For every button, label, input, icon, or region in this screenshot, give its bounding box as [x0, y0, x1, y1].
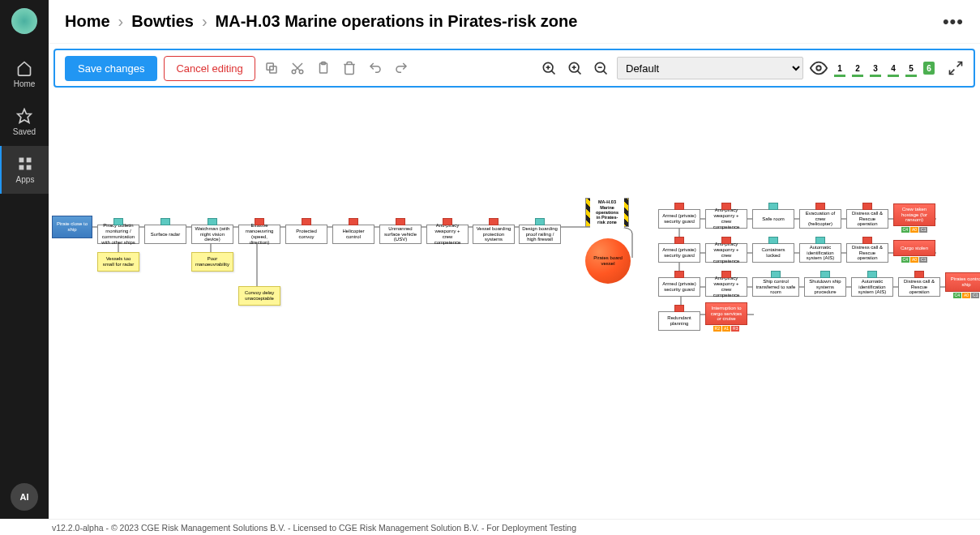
barrier-node[interactable]: Containers locked [752, 243, 794, 263]
escalation-node[interactable]: Vessels too small for radar [97, 252, 139, 272]
top-event-node[interactable]: Pirates board vessel [585, 238, 631, 284]
visibility-icon[interactable] [810, 59, 828, 77]
view-select[interactable]: Default [617, 57, 803, 79]
barrier-node[interactable]: Anti-piracy weaponry + crew competence [705, 243, 747, 263]
barrier-node[interactable]: Distress call & Rescue operation [846, 243, 888, 263]
home-icon [16, 60, 32, 76]
barrier-node[interactable]: Anti-piracy weaponry + crew competence [705, 277, 747, 297]
copy-icon[interactable] [262, 58, 281, 78]
cancel-button[interactable]: Cancel editing [164, 56, 255, 81]
breadcrumb: Home › Bowties › MA-H.03 Marine operatio… [65, 12, 577, 31]
chevron-right-icon: › [118, 12, 124, 31]
svg-line-22 [603, 71, 606, 74]
barrier-node[interactable]: Shutdown ship systems procedure [804, 277, 846, 297]
svg-line-14 [551, 71, 554, 74]
crumb-home[interactable]: Home [65, 12, 110, 31]
barrier-node[interactable]: Anti-piracy weaponry + crew competence [426, 225, 469, 244]
svg-line-25 [957, 62, 962, 67]
fullscreen-icon[interactable] [948, 60, 964, 76]
avatar[interactable] [11, 8, 37, 34]
hazard-node[interactable]: MA-H.03 Marine operations in Pirates-ris… [585, 198, 629, 227]
level-1[interactable]: 1 [834, 62, 845, 75]
escalation-node[interactable]: Poor manoeuvrability [191, 252, 233, 272]
svg-line-26 [950, 70, 955, 75]
svg-rect-2 [27, 158, 32, 163]
barrier-node[interactable]: Evacuation of crew (helicopter) [799, 209, 841, 229]
redo-icon[interactable] [392, 58, 411, 78]
footer: v12.2.0-alpha - © 2023 CGE Risk Manageme… [49, 519, 980, 535]
barrier-node[interactable]: Piracy bulletin monitoring / communicati… [97, 225, 139, 244]
svg-rect-1 [19, 158, 24, 163]
svg-rect-3 [19, 165, 24, 170]
svg-marker-0 [18, 109, 32, 123]
nav-label: Home [14, 79, 36, 88]
barrier-node[interactable]: Anti-piracy weaponry + crew competence [705, 209, 747, 229]
zoom-out-icon[interactable] [591, 58, 610, 78]
delete-icon[interactable] [340, 58, 359, 78]
level-2[interactable]: 2 [852, 62, 863, 75]
barrier-node[interactable]: Automatic identification system (AIS) [851, 277, 893, 297]
barrier-node[interactable]: Vessel boarding protection systems [473, 225, 515, 244]
svg-line-18 [577, 71, 580, 74]
save-button[interactable]: Save changes [65, 56, 157, 81]
nav-label: Saved [13, 127, 36, 136]
star-icon [16, 108, 32, 124]
zoom-in-icon[interactable] [565, 58, 584, 78]
consequence-node[interactable]: Crew taken hostage (for ransom)C4A0C1 [893, 203, 935, 226]
consequence-node[interactable]: Cargo stolenC4A0C1 [893, 240, 935, 256]
undo-icon[interactable] [366, 58, 385, 78]
nav-apps[interactable]: Apps [0, 146, 49, 194]
barrier-node[interactable]: Evasive manoeuvring (speed, direction) [238, 225, 280, 244]
level-6[interactable]: 6 [923, 62, 935, 75]
barrier-node[interactable]: Ship control transferred to safe room [752, 277, 799, 297]
level-5[interactable]: 5 [905, 62, 917, 75]
paste-icon[interactable] [314, 58, 333, 78]
barrier-node[interactable]: Armed (private) security guard [658, 243, 700, 263]
crumb-current: MA-H.03 Marine operations in Pirates-ris… [216, 12, 578, 31]
level-4[interactable]: 4 [888, 62, 899, 75]
nav-saved[interactable]: Saved [0, 98, 49, 146]
cut-icon[interactable] [288, 58, 307, 78]
ai-button[interactable]: AI [11, 483, 38, 511]
more-icon[interactable]: ••• [943, 11, 964, 32]
barrier-node[interactable]: Protected convoy [285, 225, 327, 244]
nav-label: Apps [16, 175, 35, 184]
escalation-node[interactable]: Convoy delay unacceptable [238, 286, 280, 306]
barrier-node[interactable]: Watchman (with night vision device) [191, 225, 233, 244]
toolbar: Save changes Cancel editing Default 1 2 … [53, 49, 975, 88]
chevron-right-icon: › [202, 12, 208, 31]
barrier-node[interactable]: Helicopter control [332, 225, 374, 244]
diagram-canvas[interactable]: Pirate close to ship Piracy bulletin mon… [49, 88, 980, 519]
barrier-node[interactable]: Distress call & Rescue operation [898, 277, 940, 297]
header: Home › Bowties › MA-H.03 Marine operatio… [49, 0, 980, 44]
barrier-node[interactable]: Design boarding proof railing / high fir… [519, 225, 561, 244]
nav-home[interactable]: Home [0, 50, 49, 98]
barrier-node[interactable]: Automatic identification system (AIS) [799, 243, 841, 263]
barrier-node[interactable]: Unmanned surface vehicle (USV) [379, 225, 422, 244]
threat-node[interactable]: Pirate close to ship [52, 216, 92, 238]
barrier-node[interactable]: Redundant planning [658, 311, 700, 331]
connectors [49, 88, 980, 519]
svg-rect-4 [27, 165, 32, 170]
barrier-node[interactable]: Distress call & Rescue operation [846, 209, 888, 229]
barrier-node[interactable]: Safe room [752, 209, 794, 229]
zoom-fit-icon[interactable] [539, 58, 558, 78]
apps-icon [17, 156, 33, 172]
sidebar: Home Saved Apps AI [0, 0, 49, 519]
svg-point-24 [816, 66, 821, 71]
level-3[interactable]: 3 [870, 62, 881, 75]
barrier-node[interactable]: Armed (private) security guard [658, 277, 700, 297]
crumb-bowties[interactable]: Bowties [131, 12, 194, 31]
barrier-node[interactable]: Armed (private) security guard [658, 209, 700, 229]
consequence-node[interactable]: Interruption to cargo services or cruise… [705, 302, 747, 325]
consequence-node[interactable]: Pirates control shipC4A0C1 [945, 272, 980, 292]
barrier-node[interactable]: Surface radar [144, 225, 186, 244]
